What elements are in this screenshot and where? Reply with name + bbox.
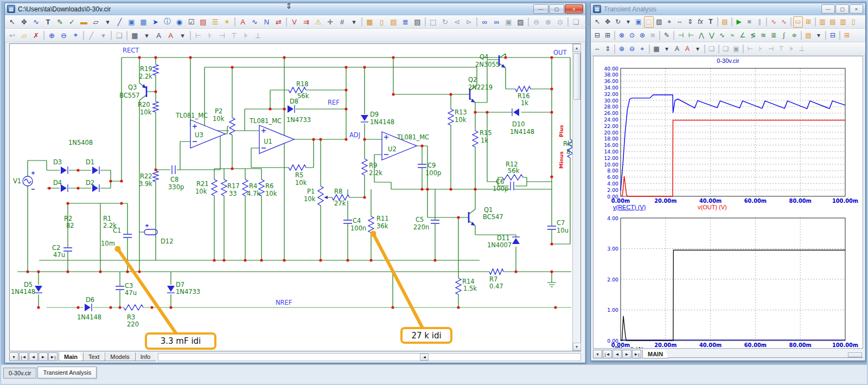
zoom-window-tool[interactable]: ⌖ (637, 43, 647, 55)
tab-text[interactable]: Text (83, 352, 105, 361)
select-box-tool[interactable]: ⬚ (427, 16, 439, 28)
separator[interactable] (126, 31, 127, 40)
copy-tool[interactable]: ❏ (707, 43, 717, 55)
schematic-canvas[interactable]: RECTOUTREFADJNREFPlusMinusV11N5408D3D1D4… (10, 44, 575, 351)
more-circle-tool[interactable]: ⊙ (554, 16, 566, 28)
period-tool[interactable]: ≑ (789, 30, 799, 41)
close-circle-tool[interactable]: ⊗ (542, 16, 554, 28)
panel-3-tool[interactable]: ▥ (838, 16, 848, 28)
minimize-button[interactable]: — (821, 4, 835, 14)
font-color-dropdown[interactable]: ▾ (693, 43, 703, 55)
separator[interactable] (731, 17, 732, 27)
close-button[interactable]: × (565, 4, 583, 14)
v1-source-symbol[interactable] (23, 171, 35, 189)
restore-button[interactable]: ▢ (549, 4, 564, 14)
find-tool[interactable]: ∞ (479, 16, 490, 28)
select-tool[interactable]: ↖ (7, 16, 18, 28)
separator[interactable] (704, 44, 705, 54)
hscroll-left-button[interactable]: ◄ (420, 354, 429, 361)
prev-sheet-button[interactable]: ◄ (29, 352, 38, 361)
title-block-tool[interactable]: ▯ (376, 16, 387, 28)
inflection-tool[interactable]: ≶ (748, 30, 758, 41)
scale-mode-tool[interactable]: ⬚ (644, 16, 654, 28)
panel-1-tool[interactable]: ▥ (818, 16, 827, 28)
bus-tool[interactable]: ▬ (78, 16, 90, 28)
text-tool[interactable]: T (42, 16, 54, 28)
flowchart-tool[interactable]: ≣ (400, 16, 411, 28)
waveform-toggle[interactable]: ∿ (249, 16, 260, 28)
flip-y-tool[interactable]: ⊲ (451, 16, 463, 28)
separator[interactable] (649, 44, 650, 54)
properties-tool[interactable]: ▤ (720, 16, 730, 28)
collapse-tool[interactable]: ⊖ (531, 16, 542, 28)
animate-options-tool[interactable]: ∿ (769, 16, 778, 28)
delete-sheet-tool[interactable]: ✗ (30, 30, 42, 41)
fx-cursor-tool[interactable]: ⊛ (637, 30, 647, 41)
separator[interactable] (718, 44, 719, 54)
mode-dropdown[interactable]: ▾ (98, 30, 109, 41)
separator[interactable] (717, 17, 718, 27)
new-sheet-tool[interactable]: ▱ (18, 30, 30, 41)
zoom-out-tool[interactable]: ⊖ (627, 43, 637, 55)
notes-tool[interactable]: ☰ (209, 16, 221, 28)
bring-front-tool[interactable]: ❏ (570, 16, 582, 28)
restore-button[interactable]: ▢ (835, 4, 849, 14)
grid-toggle[interactable]: # (336, 16, 348, 28)
stop-button[interactable]: ■ (744, 16, 754, 28)
analysis-hscrollbar[interactable] (668, 351, 863, 358)
zoom-in-tool[interactable]: ⊕ (46, 30, 58, 41)
first-sheet-button[interactable]: |◄ (19, 352, 28, 361)
clipboard-dropdown[interactable]: ▾ (814, 30, 824, 41)
stepping-tool[interactable]: ⊞ (803, 16, 813, 28)
separator[interactable] (286, 17, 287, 27)
properties-tool[interactable]: ▤ (412, 16, 423, 28)
picture-tool[interactable]: ▣ (126, 16, 137, 28)
panel-2-tool[interactable]: ▤ (828, 16, 838, 28)
rotate-tool[interactable]: ↻ (613, 16, 623, 28)
y-cursor-tool[interactable]: ⊙ (627, 30, 637, 41)
probe-tool[interactable]: ➤ (150, 16, 161, 28)
shape-tool[interactable]: ▱ (90, 16, 101, 28)
color-font-tool[interactable]: A (165, 30, 176, 41)
node-number-toggle[interactable]: N (261, 16, 272, 28)
color-pattern-tool[interactable]: ▨ (515, 16, 526, 28)
mdi-tab-schematic[interactable]: 0-30v.cir (3, 368, 36, 378)
global-high-tool[interactable]: ≋ (758, 30, 768, 41)
page-paste-tool[interactable]: ▣ (731, 43, 741, 55)
scroll-down-button[interactable]: ▼ (573, 343, 581, 351)
align-left-tool[interactable]: ⊢ (745, 43, 755, 55)
zoom-in-tool[interactable]: ⊕ (617, 43, 627, 55)
color-font-tool[interactable]: A (682, 43, 692, 55)
separator[interactable] (567, 17, 569, 27)
sheet-list-button[interactable]: ▾ (9, 352, 18, 361)
check-tool[interactable]: ✓ (66, 16, 78, 28)
grid-size-dropdown[interactable]: ▾ (141, 30, 152, 41)
cursor-left-tool[interactable]: ⊣ (676, 30, 686, 41)
schematic-hscrollbar[interactable]: ◄ (158, 353, 581, 361)
font-tool[interactable]: A (672, 43, 682, 55)
last-sheet-button[interactable]: ►| (632, 350, 641, 358)
sine-source-tool[interactable]: ∿ (30, 16, 42, 28)
draw-tool[interactable]: ✎ (54, 16, 66, 28)
y-axis-scale-tool[interactable]: ⇕ (603, 43, 612, 55)
wizard-tool[interactable]: ✴ (221, 16, 233, 28)
separator[interactable] (43, 31, 44, 40)
current-plot[interactable]: 4.003.002.001.000.000.00m20.00m40.00m60.… (597, 215, 860, 349)
slope-tool[interactable]: ∠ (738, 30, 748, 41)
align-right-tool[interactable]: ⊣ (216, 30, 228, 41)
zoom-select-tool[interactable]: ⌖ (70, 30, 81, 41)
tab-main[interactable]: Main (59, 352, 83, 361)
link-toggle[interactable]: ⇄ (273, 16, 284, 28)
current-probe-toggle[interactable]: ⇉ (301, 16, 312, 28)
report-tool[interactable]: ▤ (197, 16, 209, 28)
image-tool[interactable]: ▣ (634, 16, 643, 28)
formula-tool[interactable]: fx (695, 16, 705, 28)
vertical-tag-tool[interactable]: ⇕ (685, 16, 695, 28)
separator[interactable] (766, 17, 767, 27)
calculator-tool[interactable]: ⊞ (842, 30, 852, 41)
align-bottom-tool[interactable]: ⊥ (252, 30, 264, 41)
sheet-info-tool[interactable]: ▤ (388, 16, 399, 28)
wire-tool[interactable]: ╱ (114, 16, 125, 28)
prev-sheet-button[interactable]: ◄ (612, 350, 622, 358)
find-next-tool[interactable]: ∞ (491, 16, 502, 28)
